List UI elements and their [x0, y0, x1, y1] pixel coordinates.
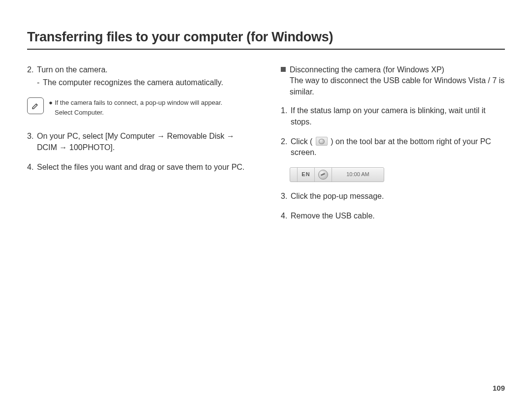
safely-remove-icon — [316, 137, 328, 146]
note-content: ● If the camera fails to connect, a pop-… — [49, 97, 251, 118]
step-4: 4. Select the files you want and drag or… — [27, 162, 251, 173]
dash-bullet: - — [37, 77, 43, 88]
step-text: If the status lamp on your camera is bli… — [291, 105, 505, 127]
step-2-text: Turn on the camera. — [37, 65, 107, 74]
step-text: On your PC, select [My Computer → Remova… — [37, 131, 251, 153]
heading-line: Disconnecting the camera (for Windows XP… — [290, 65, 444, 74]
page-title: Transferring files to your computer (for… — [27, 30, 505, 50]
note-line-2: Select Computer. — [49, 108, 251, 117]
note-text-2: Select Computer. — [55, 108, 104, 117]
section-heading-text: Disconnecting the camera (for Windows XP… — [290, 64, 505, 97]
page-number: 109 — [493, 384, 505, 392]
step-text: Turn on the camera. - The computer recog… — [37, 64, 251, 89]
disc-step-2: 2. Click ( ) on the tool bar at the bott… — [281, 136, 505, 158]
content-columns: 2. Turn on the camera. - The computer re… — [27, 64, 505, 231]
step-number: 3. — [281, 191, 291, 202]
step-text: Click ( ) on the tool bar at the bottom … — [291, 136, 505, 158]
step-number: 1. — [281, 105, 291, 127]
disc-step-4: 4. Remove the USB cable. — [281, 211, 505, 221]
note-text-1: If the camera fails to connect, a pop-up… — [55, 98, 222, 107]
step-number: 2. — [27, 64, 37, 89]
step-2-sub: - The computer recognizes the camera aut… — [37, 77, 251, 88]
step-number: 3. — [27, 131, 37, 153]
taskbar-illustration: EN 10:00 AM — [290, 167, 384, 182]
step-2-pre: Click ( — [291, 137, 312, 146]
step-number: 4. — [27, 162, 37, 173]
manual-page: Transferring files to your computer (for… — [0, 0, 532, 401]
right-column: Disconnecting the camera (for Windows XP… — [281, 64, 505, 231]
safely-remove-tray-icon — [318, 170, 328, 180]
taskbar-clock: 10:00 AM — [332, 168, 384, 182]
square-bullet-icon — [281, 67, 286, 72]
disc-step-3: 3. Click the pop-up message. — [281, 191, 505, 202]
disc-step-1: 1. If the status lamp on your camera is … — [281, 105, 505, 127]
subheading-line: The way to disconnect the USB cable for … — [290, 76, 504, 95]
step-text: Click the pop-up message. — [291, 191, 505, 202]
taskbar-tray-icon — [315, 168, 332, 182]
step-2-sub-text: The computer recognizes the camera autom… — [43, 77, 223, 88]
left-column: 2. Turn on the camera. - The computer re… — [27, 64, 251, 231]
step-text: Remove the USB cable. — [291, 211, 505, 221]
step-text: Select the files you want and drag or sa… — [37, 162, 251, 173]
step-3: 3. On your PC, select [My Computer → Rem… — [27, 131, 251, 153]
step-number: 2. — [281, 136, 291, 158]
taskbar-lang: EN — [298, 168, 315, 182]
step-2: 2. Turn on the camera. - The computer re… — [27, 64, 251, 89]
step-number: 4. — [281, 211, 291, 221]
note-line-1: ● If the camera fails to connect, a pop-… — [49, 98, 251, 107]
section-heading: Disconnecting the camera (for Windows XP… — [281, 64, 505, 97]
taskbar-spacer — [290, 168, 298, 182]
bullet-icon: ● — [49, 98, 55, 107]
note-box: ● If the camera fails to connect, a pop-… — [27, 97, 251, 118]
bullet-spacer — [49, 108, 55, 117]
note-pencil-icon — [27, 97, 44, 114]
